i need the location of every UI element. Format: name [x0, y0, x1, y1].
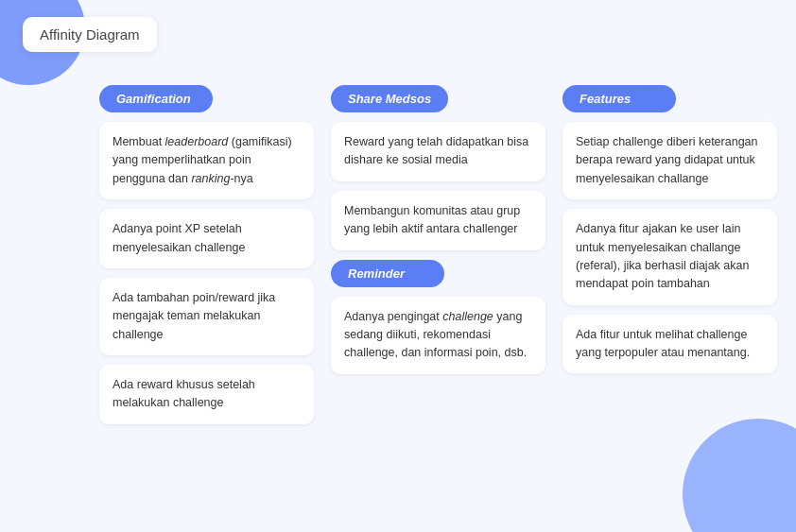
- category-header-reminder: Reminder: [331, 260, 444, 287]
- page-title: Affinity Diagram: [23, 17, 157, 52]
- column-gamification: Gamification Membuat leaderboard (gamifi…: [99, 85, 314, 513]
- category-header-features: Features: [562, 85, 676, 112]
- category-header-share-medsos: Share Medsos: [331, 85, 448, 112]
- column-share-medsos: Share Medsos Reward yang telah didapatka…: [331, 85, 545, 513]
- card-f3: Ada fitur untuk melihat challenge yang t…: [562, 315, 777, 374]
- card-g1: Membuat leaderboard (gamifikasi) yang me…: [99, 122, 314, 199]
- main-content: Gamification Membuat leaderboard (gamifi…: [99, 85, 777, 513]
- column-features: Features Setiap challenge diberi keteran…: [562, 85, 777, 513]
- card-s2: Membangun komunitas atau grup yang lebih…: [331, 191, 545, 250]
- card-g3: Ada tambahan poin/reward jika mengajak t…: [99, 278, 314, 355]
- card-s1: Reward yang telah didapatkan bisa dishar…: [331, 122, 545, 181]
- card-r1: Adanya pengingat challenge yang sedang d…: [331, 297, 545, 374]
- card-f1: Setiap challenge diberi keterangan berap…: [562, 122, 777, 199]
- category-header-gamification: Gamification: [99, 85, 213, 112]
- card-g4: Ada reward khusus setelah melakukan chal…: [99, 365, 314, 424]
- card-g2: Adanya point XP setelah menyelesaikan ch…: [99, 209, 314, 268]
- card-f2: Adanya fitur ajakan ke user lain untuk m…: [562, 209, 777, 305]
